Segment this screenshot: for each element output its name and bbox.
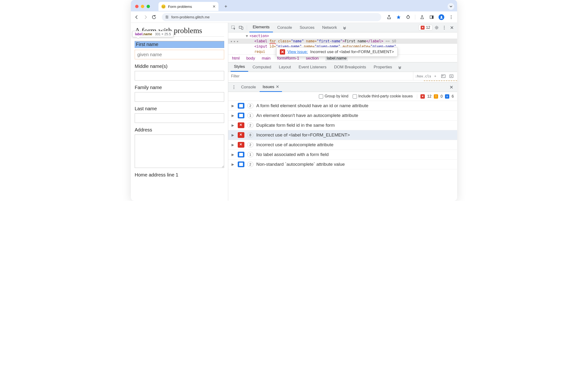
disclosure-triangle-icon[interactable]: ▶ xyxy=(232,114,235,118)
cls-toggle[interactable]: .cls xyxy=(424,73,430,80)
drawer-tab-console[interactable]: Console xyxy=(238,83,259,92)
issue-row[interactable]: ▶1An element doesn't have an autocomplet… xyxy=(228,111,457,120)
issue-row[interactable]: ▶8Incorrect use of <label for=FORM_ELEME… xyxy=(228,130,457,140)
svg-point-23 xyxy=(233,88,234,89)
issue-kind-icon xyxy=(238,113,244,118)
address-textarea[interactable] xyxy=(135,135,224,168)
hov-toggle[interactable]: :hov xyxy=(416,73,422,80)
tab-network[interactable]: Network xyxy=(319,23,340,32)
page-content: A form with problems label.name 331 × 25… xyxy=(131,23,228,201)
middle-name-input[interactable] xyxy=(135,71,224,81)
extensions-icon[interactable] xyxy=(406,14,411,20)
issue-text: A form field element should have an id o… xyxy=(256,103,368,108)
family-name-input[interactable] xyxy=(135,92,224,102)
drawer-tab-issues[interactable]: Issues✕ xyxy=(260,82,282,92)
dom-selected-node[interactable]: ••• <label for class="name" name="first-… xyxy=(228,39,457,44)
new-style-rule-icon[interactable]: ＋ xyxy=(432,73,439,80)
element-inspect-tooltip: label.name 331 × 25.5 xyxy=(132,31,173,37)
more-styles-tabs-icon[interactable] xyxy=(396,64,403,71)
address-label: Address xyxy=(135,127,224,133)
maximize-window-button[interactable] xyxy=(147,5,150,8)
drawer-tabs: Console Issues✕ xyxy=(228,82,457,92)
tab-dropdown-button[interactable] xyxy=(448,3,454,10)
tab-sources[interactable]: Sources xyxy=(296,23,318,32)
issue-row[interactable]: ▶2Non-standard `autocomplete` attribute … xyxy=(228,160,457,169)
error-count-badge[interactable]: ✕12 xyxy=(418,25,432,31)
disclosure-triangle-icon[interactable]: ▶ xyxy=(232,133,235,137)
issue-count-pill: 8 xyxy=(247,132,253,138)
last-name-input[interactable] xyxy=(135,113,224,123)
svg-point-5 xyxy=(167,17,168,18)
issue-count-pill: 1 xyxy=(247,113,253,118)
tab-dom-breakpoints[interactable]: DOM Breakpoints xyxy=(331,63,369,71)
close-devtools-icon[interactable] xyxy=(449,24,455,31)
sidepanel-icon[interactable] xyxy=(429,14,434,20)
home-address-line1-label: Home address line 1 xyxy=(135,172,224,178)
profile-avatar[interactable] xyxy=(439,14,444,20)
site-settings-icon[interactable] xyxy=(165,15,169,19)
back-button[interactable] xyxy=(134,14,139,20)
tab-console[interactable]: Console xyxy=(274,23,295,32)
drawer-menu-icon[interactable] xyxy=(231,84,237,91)
svg-point-22 xyxy=(233,87,234,87)
group-by-kind-checkbox[interactable]: Group by kind xyxy=(319,94,348,99)
bookmark-icon[interactable] xyxy=(396,14,401,20)
browser-tab[interactable]: 😐 Form problems ✕ xyxy=(158,2,218,11)
issue-popover: ✕ View issue: Incorrect use of <label fo… xyxy=(276,47,398,57)
svg-point-21 xyxy=(233,85,234,86)
tab-computed[interactable]: Computed xyxy=(249,63,274,71)
minimize-window-button[interactable] xyxy=(141,5,144,8)
issue-row[interactable]: ▶2Incorrect use of autocomplete attribut… xyxy=(228,140,457,150)
reload-button[interactable] xyxy=(151,14,157,20)
issue-text: No label associated with a form field xyxy=(256,152,329,157)
include-3p-checkbox[interactable]: Include third-party cookie issues xyxy=(353,94,413,99)
issue-kind-icon xyxy=(238,132,244,138)
close-tab-icon[interactable]: ✕ xyxy=(213,4,215,9)
forward-button[interactable] xyxy=(143,14,148,20)
share-icon[interactable] xyxy=(386,14,392,20)
disclosure-triangle-icon[interactable]: ▶ xyxy=(232,104,235,108)
styles-filter-input[interactable] xyxy=(228,74,413,78)
issue-row[interactable]: ▶2Duplicate form field id in the same fo… xyxy=(228,120,457,130)
disclosure-triangle-icon[interactable]: ▶ xyxy=(232,123,235,127)
close-window-button[interactable] xyxy=(135,5,138,8)
new-tab-button[interactable]: + xyxy=(222,3,229,10)
inspect-element-icon[interactable] xyxy=(230,24,237,31)
close-drawer-icon[interactable] xyxy=(448,84,455,91)
issue-kind-icon xyxy=(238,103,244,109)
url-text: form-problems.glitch.me xyxy=(171,15,210,19)
issue-count-pill: 1 xyxy=(247,152,253,157)
svg-point-4 xyxy=(166,16,167,17)
svg-point-11 xyxy=(451,18,452,19)
computed-toggle-icon[interactable] xyxy=(440,73,447,80)
labs-icon[interactable] xyxy=(419,14,425,20)
tab-elements[interactable]: Elements xyxy=(249,23,273,32)
issue-text: Incorrect use of autocomplete attribute xyxy=(256,142,333,147)
more-tabs-icon[interactable] xyxy=(341,24,348,31)
issue-kind-icon xyxy=(238,162,244,167)
dom-tree[interactable]: ▼ <section> ••• <label for class="name" … xyxy=(228,32,457,54)
browser-toolbar: form-problems.glitch.me xyxy=(131,12,457,23)
chrome-menu-icon[interactable] xyxy=(449,14,454,20)
devtools-menu-icon[interactable] xyxy=(441,24,448,31)
issue-row[interactable]: ▶1No label associated with a form field xyxy=(228,150,457,160)
first-name-input[interactable] xyxy=(135,50,224,59)
tab-layout[interactable]: Layout xyxy=(276,63,294,71)
tab-event-listeners[interactable]: Event Listeners xyxy=(295,63,330,71)
tab-properties[interactable]: Properties xyxy=(370,63,395,71)
device-toolbar-icon[interactable] xyxy=(238,24,244,31)
address-bar[interactable]: form-problems.glitch.me xyxy=(162,13,381,21)
disclosure-triangle-icon[interactable]: ▶ xyxy=(232,162,235,166)
last-name-label: Last name xyxy=(135,106,224,111)
svg-point-15 xyxy=(436,27,437,28)
disclosure-triangle-icon[interactable]: ▶ xyxy=(232,143,235,147)
view-issue-link[interactable]: View issue: xyxy=(287,49,308,54)
issue-count-pill: 2 xyxy=(247,123,253,128)
tab-styles[interactable]: Styles xyxy=(231,62,248,72)
settings-gear-icon[interactable] xyxy=(433,24,440,31)
issue-row[interactable]: ▶2A form field element should have an id… xyxy=(228,101,457,111)
disclosure-triangle-icon[interactable]: ▶ xyxy=(232,153,235,156)
issue-text: An element doesn't have an autocomplete … xyxy=(256,113,358,118)
rendering-toggle-icon[interactable] xyxy=(448,73,455,80)
close-issues-tab-icon[interactable]: ✕ xyxy=(276,84,279,89)
